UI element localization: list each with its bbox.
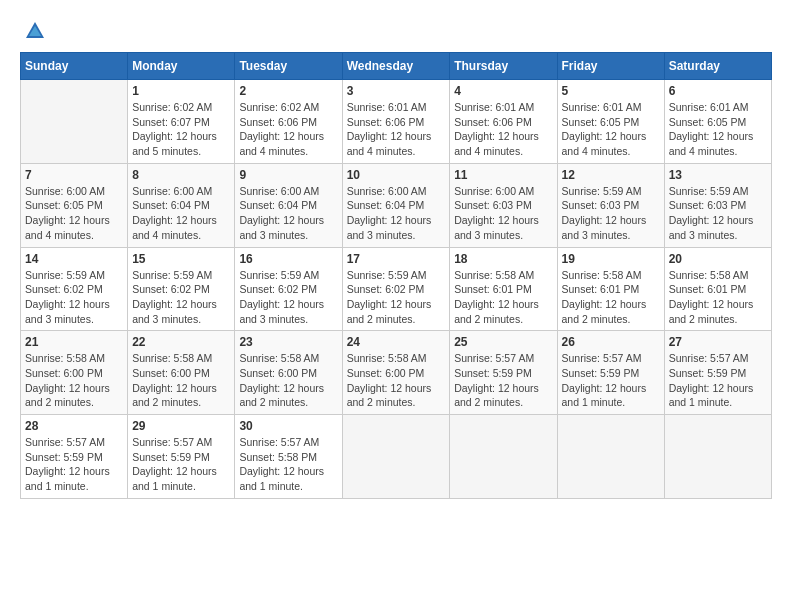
day-info: Sunrise: 6:02 AM Sunset: 6:06 PM Dayligh…: [239, 100, 337, 159]
calendar-cell: 7Sunrise: 6:00 AM Sunset: 6:05 PM Daylig…: [21, 163, 128, 247]
day-info: Sunrise: 6:01 AM Sunset: 6:05 PM Dayligh…: [562, 100, 660, 159]
day-number: 11: [454, 168, 552, 182]
day-info: Sunrise: 5:57 AM Sunset: 5:59 PM Dayligh…: [454, 351, 552, 410]
calendar-cell: 30Sunrise: 5:57 AM Sunset: 5:58 PM Dayli…: [235, 415, 342, 499]
day-header-wednesday: Wednesday: [342, 53, 450, 80]
logo-icon: [24, 20, 46, 42]
day-number: 1: [132, 84, 230, 98]
day-number: 3: [347, 84, 446, 98]
calendar-week-3: 14Sunrise: 5:59 AM Sunset: 6:02 PM Dayli…: [21, 247, 772, 331]
day-info: Sunrise: 5:59 AM Sunset: 6:03 PM Dayligh…: [669, 184, 767, 243]
calendar-cell: [450, 415, 557, 499]
calendar-cell: 19Sunrise: 5:58 AM Sunset: 6:01 PM Dayli…: [557, 247, 664, 331]
day-info: Sunrise: 6:00 AM Sunset: 6:05 PM Dayligh…: [25, 184, 123, 243]
calendar-cell: 17Sunrise: 5:59 AM Sunset: 6:02 PM Dayli…: [342, 247, 450, 331]
calendar-cell: 26Sunrise: 5:57 AM Sunset: 5:59 PM Dayli…: [557, 331, 664, 415]
day-info: Sunrise: 5:57 AM Sunset: 5:59 PM Dayligh…: [132, 435, 230, 494]
day-header-sunday: Sunday: [21, 53, 128, 80]
calendar-cell: 22Sunrise: 5:58 AM Sunset: 6:00 PM Dayli…: [128, 331, 235, 415]
day-number: 10: [347, 168, 446, 182]
calendar-cell: [557, 415, 664, 499]
day-number: 30: [239, 419, 337, 433]
day-info: Sunrise: 5:59 AM Sunset: 6:02 PM Dayligh…: [25, 268, 123, 327]
day-number: 6: [669, 84, 767, 98]
day-number: 9: [239, 168, 337, 182]
calendar-cell: [664, 415, 771, 499]
day-number: 16: [239, 252, 337, 266]
day-number: 12: [562, 168, 660, 182]
day-header-friday: Friday: [557, 53, 664, 80]
calendar-cell: 20Sunrise: 5:58 AM Sunset: 6:01 PM Dayli…: [664, 247, 771, 331]
day-info: Sunrise: 5:59 AM Sunset: 6:02 PM Dayligh…: [132, 268, 230, 327]
day-info: Sunrise: 5:57 AM Sunset: 5:59 PM Dayligh…: [25, 435, 123, 494]
calendar-week-1: 1Sunrise: 6:02 AM Sunset: 6:07 PM Daylig…: [21, 80, 772, 164]
day-number: 26: [562, 335, 660, 349]
calendar-cell: 18Sunrise: 5:58 AM Sunset: 6:01 PM Dayli…: [450, 247, 557, 331]
day-info: Sunrise: 5:59 AM Sunset: 6:02 PM Dayligh…: [239, 268, 337, 327]
day-number: 4: [454, 84, 552, 98]
day-info: Sunrise: 5:58 AM Sunset: 6:00 PM Dayligh…: [239, 351, 337, 410]
calendar-week-4: 21Sunrise: 5:58 AM Sunset: 6:00 PM Dayli…: [21, 331, 772, 415]
calendar-cell: 23Sunrise: 5:58 AM Sunset: 6:00 PM Dayli…: [235, 331, 342, 415]
calendar-cell: 28Sunrise: 5:57 AM Sunset: 5:59 PM Dayli…: [21, 415, 128, 499]
calendar-cell: 16Sunrise: 5:59 AM Sunset: 6:02 PM Dayli…: [235, 247, 342, 331]
calendar-cell: 14Sunrise: 5:59 AM Sunset: 6:02 PM Dayli…: [21, 247, 128, 331]
day-info: Sunrise: 5:58 AM Sunset: 6:01 PM Dayligh…: [669, 268, 767, 327]
day-number: 17: [347, 252, 446, 266]
day-info: Sunrise: 5:58 AM Sunset: 6:00 PM Dayligh…: [347, 351, 446, 410]
calendar-cell: 2Sunrise: 6:02 AM Sunset: 6:06 PM Daylig…: [235, 80, 342, 164]
day-header-tuesday: Tuesday: [235, 53, 342, 80]
day-info: Sunrise: 6:01 AM Sunset: 6:05 PM Dayligh…: [669, 100, 767, 159]
day-info: Sunrise: 6:01 AM Sunset: 6:06 PM Dayligh…: [454, 100, 552, 159]
calendar-cell: 9Sunrise: 6:00 AM Sunset: 6:04 PM Daylig…: [235, 163, 342, 247]
day-info: Sunrise: 6:00 AM Sunset: 6:04 PM Dayligh…: [132, 184, 230, 243]
day-number: 8: [132, 168, 230, 182]
calendar-cell: 5Sunrise: 6:01 AM Sunset: 6:05 PM Daylig…: [557, 80, 664, 164]
day-number: 29: [132, 419, 230, 433]
day-info: Sunrise: 6:01 AM Sunset: 6:06 PM Dayligh…: [347, 100, 446, 159]
calendar-cell: 11Sunrise: 6:00 AM Sunset: 6:03 PM Dayli…: [450, 163, 557, 247]
calendar-cell: 25Sunrise: 5:57 AM Sunset: 5:59 PM Dayli…: [450, 331, 557, 415]
day-info: Sunrise: 5:58 AM Sunset: 6:00 PM Dayligh…: [25, 351, 123, 410]
day-number: 7: [25, 168, 123, 182]
calendar-cell: 1Sunrise: 6:02 AM Sunset: 6:07 PM Daylig…: [128, 80, 235, 164]
day-number: 19: [562, 252, 660, 266]
day-header-saturday: Saturday: [664, 53, 771, 80]
calendar-cell: 21Sunrise: 5:58 AM Sunset: 6:00 PM Dayli…: [21, 331, 128, 415]
day-info: Sunrise: 5:58 AM Sunset: 6:00 PM Dayligh…: [132, 351, 230, 410]
calendar-cell: 12Sunrise: 5:59 AM Sunset: 6:03 PM Dayli…: [557, 163, 664, 247]
calendar: SundayMondayTuesdayWednesdayThursdayFrid…: [20, 52, 772, 499]
logo: [20, 20, 46, 42]
day-info: Sunrise: 5:59 AM Sunset: 6:02 PM Dayligh…: [347, 268, 446, 327]
day-info: Sunrise: 5:59 AM Sunset: 6:03 PM Dayligh…: [562, 184, 660, 243]
day-number: 20: [669, 252, 767, 266]
day-number: 18: [454, 252, 552, 266]
calendar-cell: 4Sunrise: 6:01 AM Sunset: 6:06 PM Daylig…: [450, 80, 557, 164]
day-number: 22: [132, 335, 230, 349]
day-number: 23: [239, 335, 337, 349]
day-number: 28: [25, 419, 123, 433]
calendar-week-2: 7Sunrise: 6:00 AM Sunset: 6:05 PM Daylig…: [21, 163, 772, 247]
calendar-cell: 29Sunrise: 5:57 AM Sunset: 5:59 PM Dayli…: [128, 415, 235, 499]
day-info: Sunrise: 6:00 AM Sunset: 6:04 PM Dayligh…: [347, 184, 446, 243]
day-info: Sunrise: 5:57 AM Sunset: 5:59 PM Dayligh…: [562, 351, 660, 410]
calendar-cell: 27Sunrise: 5:57 AM Sunset: 5:59 PM Dayli…: [664, 331, 771, 415]
calendar-cell: 6Sunrise: 6:01 AM Sunset: 6:05 PM Daylig…: [664, 80, 771, 164]
header: [20, 20, 772, 42]
calendar-week-5: 28Sunrise: 5:57 AM Sunset: 5:59 PM Dayli…: [21, 415, 772, 499]
day-info: Sunrise: 6:02 AM Sunset: 6:07 PM Dayligh…: [132, 100, 230, 159]
day-info: Sunrise: 5:58 AM Sunset: 6:01 PM Dayligh…: [454, 268, 552, 327]
day-header-monday: Monday: [128, 53, 235, 80]
day-number: 5: [562, 84, 660, 98]
day-number: 13: [669, 168, 767, 182]
calendar-cell: [21, 80, 128, 164]
calendar-cell: [342, 415, 450, 499]
calendar-cell: 3Sunrise: 6:01 AM Sunset: 6:06 PM Daylig…: [342, 80, 450, 164]
calendar-cell: 15Sunrise: 5:59 AM Sunset: 6:02 PM Dayli…: [128, 247, 235, 331]
day-number: 14: [25, 252, 123, 266]
day-number: 25: [454, 335, 552, 349]
day-number: 24: [347, 335, 446, 349]
calendar-cell: 24Sunrise: 5:58 AM Sunset: 6:00 PM Dayli…: [342, 331, 450, 415]
calendar-header-row: SundayMondayTuesdayWednesdayThursdayFrid…: [21, 53, 772, 80]
day-header-thursday: Thursday: [450, 53, 557, 80]
